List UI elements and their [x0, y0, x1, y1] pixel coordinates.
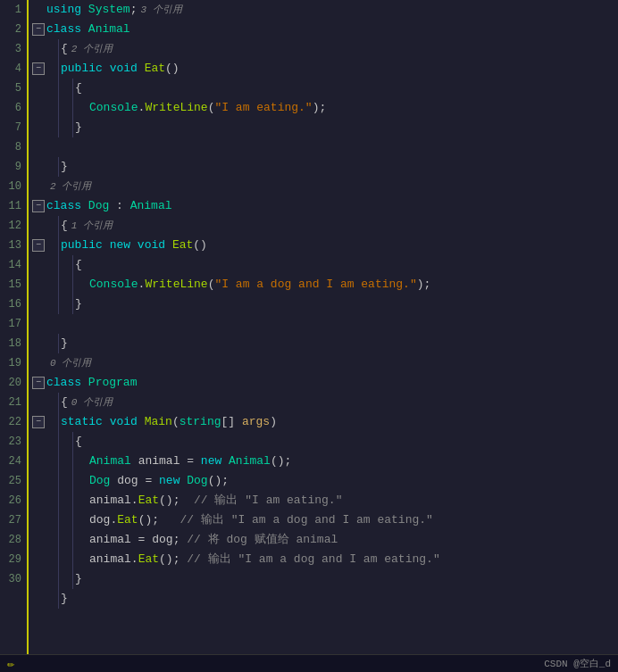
collapse-dog[interactable]: − — [32, 200, 45, 212]
footer-left: ✏ — [7, 656, 18, 671]
code-line-15: } — [32, 295, 618, 314]
code-line-25: dog.Eat(); // 输出 "I am a dog and I am ea… — [32, 510, 618, 530]
line-gutter: 1 2 3 4 5 6 7 8 9 10 11 12 13 14 15 16 1… — [0, 0, 29, 654]
ln-6: 6 — [0, 98, 27, 118]
code-lines: using System; 3 个引用 − class Animal { 2 个… — [29, 0, 618, 654]
code-editor: 1 2 3 4 5 6 7 8 9 10 11 12 13 14 15 16 1… — [0, 0, 618, 654]
ln-16: 16 — [0, 295, 27, 314]
ln-2: 2 — [0, 20, 27, 39]
collapse-animal[interactable]: − — [32, 23, 45, 36]
code-line-24: animal.Eat(); // 输出 "I am eating." — [32, 491, 618, 510]
code-line-30 — [32, 609, 618, 628]
code-line-27: animal.Eat(); // 输出 "I am a dog and I am… — [32, 550, 618, 569]
code-line-12: − public new void Eat() — [32, 236, 618, 255]
code-line-7: } — [32, 118, 618, 137]
footer-brand: CSDN @空白_d — [544, 657, 611, 670]
code-line-19: { 0 个引用 — [32, 393, 618, 412]
ln-8: 8 — [0, 137, 27, 157]
footer-bar: ✏ CSDN @空白_d — [0, 654, 618, 672]
line-numbers: 1 2 3 4 5 6 7 8 9 10 11 12 13 14 15 16 1… — [0, 0, 27, 589]
code-line-ref-program: 0 个引用 — [32, 353, 618, 373]
ln-22: 22 — [0, 412, 27, 432]
code-line-21: { — [32, 432, 618, 452]
ln-13: 13 — [0, 236, 27, 255]
ln-15: 15 — [0, 275, 27, 295]
code-line-10: − class Dog : Animal — [32, 196, 618, 216]
ln-25: 25 — [0, 471, 27, 491]
collapse-eat-dog[interactable]: − — [32, 239, 45, 252]
code-line-28: } — [32, 569, 618, 589]
code-line-18: − class Program — [32, 373, 618, 393]
code-line-20: − static void Main(string[] args) — [32, 412, 618, 432]
code-line-8 — [32, 137, 618, 157]
ln-10: 10 — [0, 177, 27, 196]
ln-21: 21 — [0, 393, 27, 412]
ln-17: 17 — [0, 314, 27, 334]
ln-11: 11 — [0, 196, 27, 216]
code-line-ref-dog: 2 个引用 — [32, 177, 618, 196]
code-line-5: { — [32, 79, 618, 98]
ln-26: 26 — [0, 491, 27, 510]
ln-7: 7 — [0, 118, 27, 137]
ln-20: 20 — [0, 373, 27, 393]
ln-5: 5 — [0, 79, 27, 98]
code-line-6: Console.WriteLine("I am eating."); — [32, 98, 618, 118]
ln-19: 19 — [0, 353, 27, 373]
ln-29: 29 — [0, 550, 27, 569]
ln-23: 23 — [0, 432, 27, 452]
code-line-22: Animal animal = new Animal(); — [32, 452, 618, 471]
ln-4: 4 — [0, 59, 27, 79]
code-line-23: Dog dog = new Dog(); — [32, 471, 618, 491]
ln-28: 28 — [0, 530, 27, 550]
pencil-icon: ✏ — [7, 656, 14, 671]
code-line-4: − public void Eat() — [32, 59, 618, 79]
code-line-1: using System; 3 个引用 — [32, 0, 618, 20]
code-line-9: } — [32, 157, 618, 177]
code-line-11: { 1 个引用 — [32, 216, 618, 236]
code-line-26: animal = dog; // 将 dog 赋值给 animal — [32, 530, 618, 550]
ln-30: 30 — [0, 569, 27, 589]
ln-18: 18 — [0, 334, 27, 353]
code-line-2: − class Animal — [32, 20, 618, 39]
code-line-13: { — [32, 255, 618, 275]
ln-1: 1 — [0, 0, 27, 20]
code-line-29: } — [32, 589, 618, 609]
ln-12: 12 — [0, 216, 27, 236]
ln-3: 3 — [0, 39, 27, 59]
ln-24: 24 — [0, 452, 27, 471]
collapse-main[interactable]: − — [32, 416, 45, 428]
code-line-17: } — [32, 334, 618, 353]
collapse-eat-animal[interactable]: − — [32, 62, 45, 75]
code-line-14: Console.WriteLine("I am a dog and I am e… — [32, 275, 618, 295]
code-line-16 — [32, 314, 618, 334]
ln-27: 27 — [0, 510, 27, 530]
ln-14: 14 — [0, 255, 27, 275]
ln-9: 9 — [0, 157, 27, 177]
collapse-program[interactable]: − — [32, 377, 45, 389]
code-line-3: { 2 个引用 — [32, 39, 618, 59]
